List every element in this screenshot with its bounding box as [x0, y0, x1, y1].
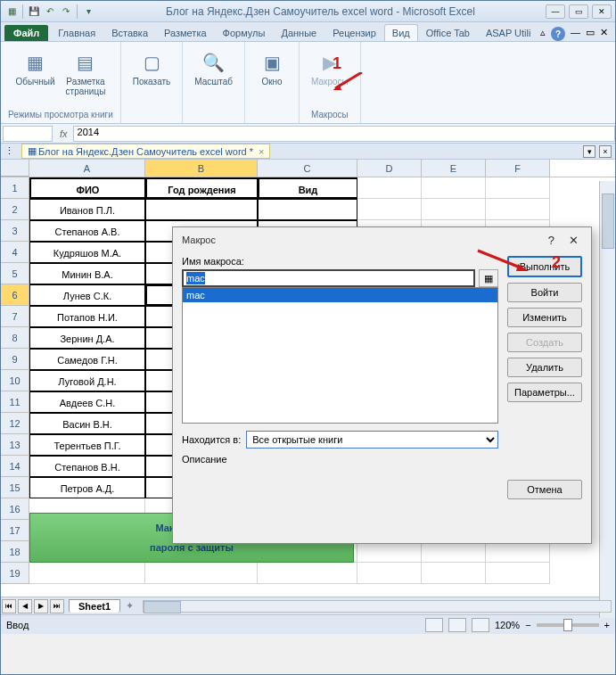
dialog-close-button[interactable]: ✕ — [565, 230, 582, 251]
options-button[interactable]: Параметры... — [507, 383, 582, 402]
cell[interactable] — [258, 563, 357, 584]
formula-input[interactable]: 2014 — [73, 126, 615, 142]
normal-view-button[interactable]: ▦ Обычный — [11, 45, 59, 99]
row-header[interactable]: 1 — [1, 177, 29, 199]
page-layout-button[interactable]: ▤ Разметкастраницы — [62, 45, 111, 99]
cancel-button[interactable]: Отмена — [507, 480, 582, 499]
row-header[interactable]: 16 — [1, 498, 29, 520]
sheet-nav-first[interactable]: ⏮ — [2, 599, 16, 613]
row-header[interactable]: 6 — [1, 284, 29, 306]
tab-asap[interactable]: ASAP Utili — [478, 24, 539, 41]
cell[interactable] — [422, 177, 486, 199]
view-break-button[interactable] — [472, 618, 489, 632]
col-header-F[interactable]: F — [486, 160, 550, 177]
cell[interactable]: Степанов А.В. — [29, 220, 145, 242]
macros-button[interactable]: ▶ Макросы — [307, 45, 353, 89]
row-header[interactable]: 4 — [1, 242, 29, 263]
run-button[interactable]: Выполнить — [507, 256, 582, 277]
cell[interactable] — [29, 563, 145, 584]
row-header[interactable]: 8 — [1, 327, 29, 349]
cell[interactable]: Зернин Д.А. — [29, 327, 145, 349]
cell[interactable]: ФИО — [29, 177, 145, 199]
cell[interactable]: Петров А.Д. — [29, 477, 145, 498]
cell[interactable]: Вид — [258, 177, 357, 199]
tab-dropdown[interactable]: ▾ — [583, 145, 595, 158]
tab-home[interactable]: Главная — [50, 24, 103, 41]
cell[interactable] — [357, 199, 422, 220]
sheet-nav-next[interactable]: ▶ — [34, 599, 48, 613]
col-header-C[interactable]: C — [258, 160, 357, 177]
cell[interactable] — [422, 563, 486, 584]
new-sheet-button[interactable]: ✦ — [120, 599, 139, 613]
fx-icon[interactable]: fx — [54, 128, 73, 139]
dialog-help-button[interactable]: ? — [545, 230, 558, 251]
cell[interactable]: Васин В.Н. — [29, 413, 145, 434]
zoom-out-button[interactable]: − — [525, 620, 530, 630]
col-header-E[interactable]: E — [422, 160, 486, 177]
tab-layout[interactable]: Разметка — [156, 24, 215, 41]
cell[interactable] — [357, 177, 422, 199]
view-page-button[interactable] — [448, 618, 466, 632]
help-icon[interactable]: ? — [551, 27, 565, 41]
tab-data[interactable]: Данные — [273, 24, 324, 41]
row-header[interactable]: 17 — [1, 520, 29, 541]
zoom-slider[interactable] — [537, 623, 599, 627]
cell[interactable] — [357, 541, 422, 563]
cell[interactable]: Год рождения — [145, 177, 258, 199]
row-header[interactable]: 19 — [1, 563, 29, 584]
cell[interactable]: Минин В.А. — [29, 263, 145, 284]
view-normal-button[interactable] — [425, 618, 443, 632]
cell[interactable] — [486, 177, 550, 199]
redo-icon[interactable]: ↷ — [59, 4, 73, 19]
col-header-A[interactable]: A — [29, 160, 145, 177]
delete-button[interactable]: Удалить — [507, 358, 582, 377]
zoom-button[interactable]: 🔍 Масштаб — [190, 45, 237, 89]
workbook-tab[interactable]: ▦ Блог на Яндекс.Дзен Самоучитель excel … — [21, 144, 270, 159]
col-header-B[interactable]: B — [145, 160, 258, 177]
ref-edit-icon[interactable]: ▦ — [479, 269, 498, 287]
maximize-button[interactable]: ▭ — [569, 4, 588, 19]
row-header[interactable]: 14 — [1, 456, 29, 477]
sheet-nav-prev[interactable]: ◀ — [18, 599, 32, 613]
cell[interactable]: Лунев С.К. — [29, 284, 145, 306]
cell[interactable]: Степанов В.Н. — [29, 456, 145, 477]
cell[interactable]: Иванов П.Л. — [29, 199, 145, 220]
sheet-nav-last[interactable]: ⏭ — [50, 599, 64, 613]
cell[interactable] — [486, 541, 550, 563]
tab-formulas[interactable]: Формулы — [215, 24, 274, 41]
zoom-in-button[interactable]: + — [604, 620, 610, 630]
vertical-scrollbar[interactable] — [599, 181, 615, 618]
row-header[interactable]: 11 — [1, 391, 29, 413]
macro-list[interactable]: mac — [182, 287, 498, 424]
cell[interactable] — [422, 199, 486, 220]
mdi-close-icon[interactable]: ✕ — [600, 27, 608, 41]
tab-insert[interactable]: Вставка — [103, 24, 156, 41]
row-header[interactable]: 2 — [1, 199, 29, 220]
step-button[interactable]: Войти — [507, 283, 582, 302]
cell[interactable] — [258, 199, 357, 220]
cell[interactable] — [145, 199, 258, 220]
cell[interactable]: Луговой Д.Н. — [29, 370, 145, 391]
sheet-tab[interactable]: Sheet1 — [69, 599, 120, 613]
zoom-level[interactable]: 120% — [495, 620, 520, 630]
tab-menu-icon[interactable]: ⋮ — [4, 145, 14, 157]
tab-review[interactable]: Рецензир — [324, 24, 384, 41]
cell[interactable]: Терентьев П.Г. — [29, 434, 145, 456]
cell[interactable] — [486, 563, 550, 584]
name-box[interactable] — [3, 126, 53, 142]
mdi-min-icon[interactable]: — — [571, 27, 580, 41]
cell[interactable]: Потапов Н.И. — [29, 306, 145, 327]
show-button[interactable]: ▢ Показать — [128, 45, 176, 89]
location-select[interactable]: Все открытые книги — [246, 431, 498, 449]
horizontal-scrollbar[interactable] — [143, 600, 612, 613]
col-header-D[interactable]: D — [357, 160, 422, 177]
tab-file[interactable]: Файл — [4, 25, 48, 41]
close-button[interactable]: ✕ — [592, 4, 612, 19]
row-header[interactable]: 7 — [1, 306, 29, 327]
cell[interactable] — [357, 563, 422, 584]
mdi-max-icon[interactable]: ▭ — [586, 27, 595, 41]
edit-button[interactable]: Изменить — [507, 308, 582, 327]
row-header[interactable]: 15 — [1, 477, 29, 498]
undo-icon[interactable]: ↶ — [43, 4, 57, 19]
cell[interactable] — [422, 541, 486, 563]
